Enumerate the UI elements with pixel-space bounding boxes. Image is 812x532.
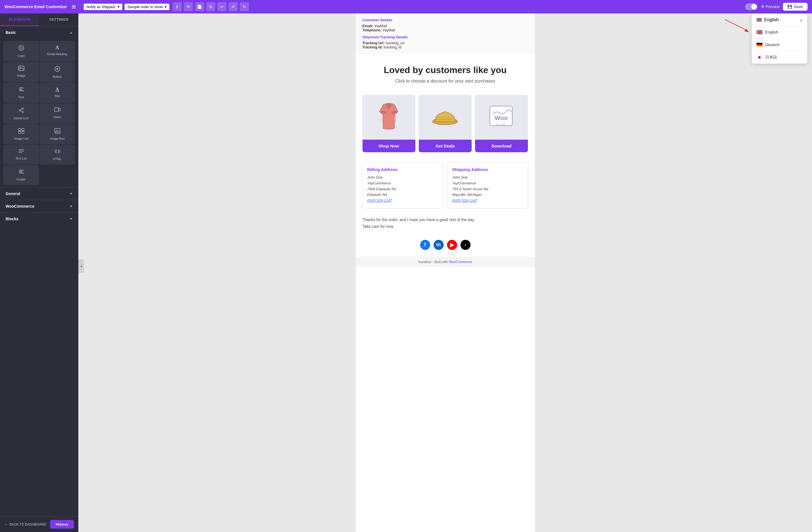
lang-option-english[interactable]: 🇬🇧 English	[752, 26, 807, 39]
billing-name: John Doe	[367, 175, 383, 179]
element-image-box-label: Image Box	[50, 137, 65, 140]
tracking-section: Shipment Tracking Details Tracking Url: …	[362, 35, 528, 49]
element-text[interactable]: Text	[3, 83, 39, 103]
back-to-dashboard-link[interactable]: ← BACK TO DASHBOARD	[4, 522, 46, 527]
notify-select[interactable]: Notify as Shipped. ▾	[84, 4, 122, 10]
shipping-address-title: Shipping Address	[452, 167, 523, 172]
youtube-icon[interactable]: ▶	[447, 240, 457, 250]
element-logo-label: Logo	[18, 54, 24, 57]
svg-point-10	[19, 110, 20, 111]
copy-icon-button[interactable]: ⧉	[206, 2, 215, 11]
download-button[interactable]: Download	[475, 139, 528, 152]
element-video[interactable]: Video	[40, 103, 75, 124]
eye-icon: 👁	[761, 4, 765, 9]
svg-rect-17	[22, 129, 24, 131]
svg-rect-28	[19, 170, 24, 171]
svg-point-3	[19, 67, 21, 68]
billing-phone[interactable]: (910) 529-1147	[367, 198, 392, 203]
section-basic[interactable]: Basic ▲	[0, 26, 78, 39]
element-email-heading-label: Email Heading	[47, 52, 68, 56]
tab-settings[interactable]: SETTINGS	[39, 13, 78, 26]
facebook-icon[interactable]: f	[420, 240, 430, 250]
canvas-area[interactable]: Customer Details Email: YayMail Telephon…	[78, 13, 812, 532]
language-dropdown-header[interactable]: 🇬🇧 English ▲	[752, 14, 807, 26]
product-image-woo: Woo the single	[475, 95, 528, 139]
svg-point-11	[22, 108, 23, 109]
tab-elements[interactable]: ELEMENTS	[0, 13, 39, 26]
doc-icon-button[interactable]: 📄	[195, 2, 204, 11]
back-to-dashboard-label: BACK TO DASHBOARD	[10, 522, 46, 527]
element-html[interactable]: HTML	[40, 145, 75, 165]
element-image-list[interactable]: Image List	[3, 124, 39, 144]
product-card-hoodie: Shop Now	[362, 95, 415, 152]
save-button[interactable]: 💾 Save	[783, 3, 808, 11]
element-title[interactable]: A Title	[40, 83, 75, 103]
image-icon	[18, 66, 24, 72]
email-footer: Sandbox - Built with WooCommerce	[356, 257, 535, 267]
toggle-switch[interactable]	[745, 3, 757, 10]
tracking-url-label: Tracking Url:	[362, 41, 385, 45]
element-social-icon[interactable]: Social Icon	[3, 103, 39, 124]
svg-rect-15	[55, 108, 58, 112]
notify-label: Notify as Shipped.	[87, 5, 116, 9]
social-icon-icon	[18, 107, 24, 115]
svg-line-14	[20, 110, 22, 112]
shop-now-button[interactable]: Shop Now	[362, 139, 415, 152]
sample-order-chevron-icon: ▾	[164, 5, 166, 9]
sidebar-collapse-handle[interactable]: ◂	[78, 260, 84, 273]
email-icon-button[interactable]: ✉	[184, 2, 193, 11]
tracking-url-value: tracking_url	[386, 41, 404, 45]
section-blocks[interactable]: Blocks ▼	[0, 213, 78, 225]
current-flag-icon: 🇬🇧	[756, 17, 762, 23]
lang-option-deutsch[interactable]: 🇩🇪 Deutsch	[752, 39, 807, 51]
info-icon-button[interactable]: ℹ	[173, 2, 182, 11]
element-logo[interactable]: Logo	[3, 41, 39, 61]
english-flag-icon: 🇬🇧	[756, 29, 763, 35]
element-button-label: Button	[53, 75, 62, 78]
element-image-box[interactable]: Image Box	[40, 124, 75, 144]
linkedin-icon[interactable]: in	[434, 240, 444, 250]
button-icon	[54, 66, 60, 73]
thankyou-line1: Thanks for the order, and I hope you hav…	[362, 218, 528, 222]
svg-text:Woo: Woo	[495, 115, 508, 121]
thankyou-line2: Take care for now.	[362, 224, 528, 228]
element-text-label: Text	[18, 95, 24, 99]
arrow-icon-button[interactable]: ↩	[217, 2, 227, 11]
element-text-list[interactable]: Text List	[3, 145, 39, 165]
email-preview: Customer Details Email: YayMail Telephon…	[356, 13, 535, 532]
preview-button[interactable]: 👁 Preview	[761, 4, 780, 9]
shipping-phone[interactable]: (910) 529-1147	[452, 198, 477, 203]
section-general[interactable]: General ▼	[0, 188, 78, 200]
tiktok-icon[interactable]: ♪	[461, 240, 470, 250]
toggle-track[interactable]	[745, 3, 757, 10]
section-woocommerce[interactable]: WooCommerce ▼	[0, 200, 78, 212]
deutsch-label: Deutsch	[765, 43, 780, 47]
section-blocks-wrapper: Blocks ▼	[0, 212, 78, 225]
billing-address-content: John Doe YayCommerce 7400 Edwards Rd Edw…	[367, 175, 438, 204]
get-deals-button[interactable]: Get Deals	[419, 139, 472, 152]
toggle-thumb	[751, 4, 757, 10]
element-email-heading[interactable]: A Email Heading	[40, 41, 75, 61]
history-button[interactable]: History	[50, 520, 74, 529]
sample-order-select[interactable]: Sample order to show ▾	[125, 4, 169, 10]
english-label: English	[765, 30, 778, 34]
element-footer[interactable]: Footer	[3, 165, 39, 185]
element-html-label: HTML	[53, 157, 61, 161]
sidebar-tabs: ELEMENTS SETTINGS	[0, 13, 78, 26]
tracking-id-label: Tracking Id:	[362, 45, 383, 49]
deutsch-flag-icon: 🇩🇪	[756, 42, 763, 48]
element-button[interactable]: Button	[40, 62, 75, 82]
redo-icon-button[interactable]: ↻	[240, 2, 249, 11]
footer-link[interactable]: WooCommerce	[449, 260, 472, 264]
undo-icon-button[interactable]: ↺	[229, 2, 238, 11]
billing-address-title: Billing Address	[367, 167, 438, 172]
svg-rect-30	[19, 173, 23, 173]
svg-rect-16	[18, 129, 21, 131]
element-image[interactable]: Image	[3, 62, 39, 82]
back-arrow-icon: ←	[4, 522, 8, 527]
main-layout: ELEMENTS SETTINGS Basic ▲ Logo A	[0, 13, 812, 532]
shipping-street: 755 E North Grove Rd	[452, 187, 489, 191]
save-label: Save	[794, 4, 803, 9]
section-general-label: General	[5, 191, 20, 196]
lang-option-japanese[interactable]: 🇯🇵 日本語	[752, 51, 807, 63]
